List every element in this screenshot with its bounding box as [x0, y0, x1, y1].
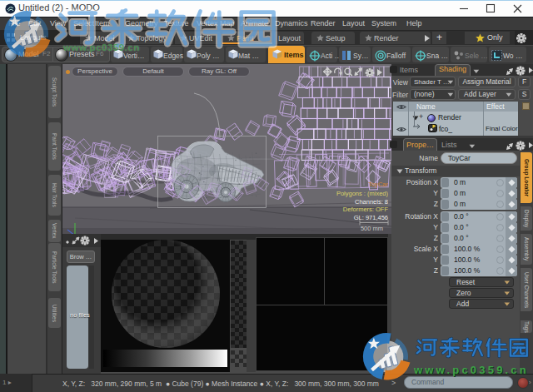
- svg-text:GL: 971,456: GL: 971,456: [354, 214, 388, 221]
- svg-text:500 mm: 500 mm: [361, 225, 383, 232]
- svg-text:Deformers: OFF: Deformers: OFF: [343, 206, 389, 213]
- svg-text:Polygons : (mixed): Polygons : (mixed): [336, 190, 389, 197]
- svg-text:Channels: 8: Channels: 8: [355, 198, 388, 206]
- svg-text:ToyCar: ToyCar: [368, 181, 388, 188]
